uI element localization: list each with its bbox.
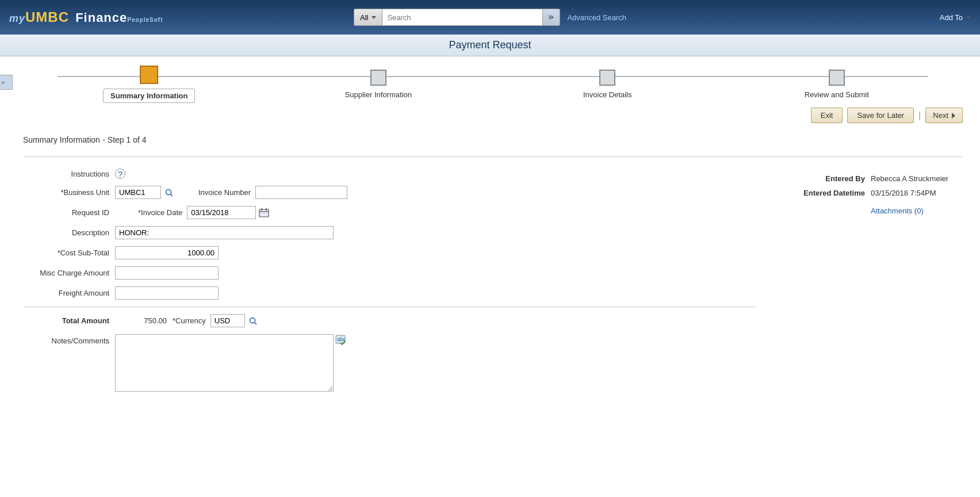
entered-datetime-label: Entered Datetime (779, 189, 871, 197)
instructions-label: Instructions (23, 170, 115, 178)
next-button[interactable]: Next (925, 108, 963, 123)
section-heading: Summary Information - Step 1 of 4 (23, 128, 963, 157)
cost-subtotal-input[interactable] (115, 246, 219, 259)
calendar-icon[interactable] (258, 207, 270, 219)
form-two-col: Instructions ? *Business Unit Invoice Nu… (23, 169, 963, 399)
form-left-col: Instructions ? *Business Unit Invoice Nu… (23, 169, 756, 399)
currency-lookup-icon[interactable] (247, 315, 259, 327)
attachments-spacer (779, 207, 871, 215)
search-area: All Advanced Search (354, 9, 626, 26)
logo-finance: Finance (75, 10, 127, 25)
logo-umbc: UMBC (25, 9, 69, 25)
business-unit-row: *Business Unit Invoice Number (23, 186, 756, 199)
request-id-label: Request ID (23, 208, 115, 217)
step-3-box (599, 70, 615, 86)
svg-point-6 (250, 318, 255, 323)
entered-by-value: Rebecca A Struckmeier (871, 174, 948, 183)
notes-row: Notes/Comments abc (23, 334, 756, 392)
total-amount-row: Total Amount 750.00 *Currency (23, 314, 756, 327)
misc-charge-row: Misc Charge Amount (23, 266, 756, 280)
svg-rect-2 (259, 209, 269, 217)
instructions-row: Instructions ? (23, 169, 756, 179)
invoice-number-input[interactable] (255, 186, 347, 199)
description-label: Description (23, 228, 115, 237)
page-title-bar: Payment Request (0, 35, 980, 56)
cost-subtotal-row: *Cost Sub-Total (23, 246, 756, 259)
logo-my: my (9, 13, 25, 25)
search-input[interactable] (382, 9, 543, 26)
logo-ps: PeopleSoft (127, 17, 163, 23)
save-for-later-button[interactable]: Save for Later (847, 108, 914, 123)
svg-rect-5 (266, 208, 267, 211)
step-3-label: Invoice Details (583, 90, 632, 99)
wizard-steps: Summary Information Supplier Information… (23, 56, 963, 103)
attachments-row: Attachments (0) (779, 207, 963, 215)
chevron-right-icon (952, 113, 955, 118)
svg-line-1 (171, 194, 173, 196)
step-2-box (370, 70, 386, 86)
step-3[interactable]: Invoice Details (493, 70, 722, 99)
step-4-box (829, 70, 845, 86)
invoice-date-input[interactable] (187, 206, 256, 219)
step-4[interactable]: Review and Submit (722, 70, 952, 99)
notes-label: Notes/Comments (23, 334, 115, 345)
entered-by-label: Entered By (779, 174, 871, 183)
main-content: Summary Information Supplier Information… (0, 56, 980, 410)
search-go-button[interactable] (543, 9, 560, 26)
chevron-down-icon (372, 16, 376, 19)
section-title-text: Summary Information (23, 135, 100, 144)
freight-amount-label: Freight Amount (23, 289, 115, 297)
entered-datetime-value: 03/15/2018 7:54PM (871, 189, 936, 197)
advanced-search-link[interactable]: Advanced Search (567, 13, 626, 22)
total-amount-value: 750.00 (115, 316, 173, 325)
svg-line-7 (254, 322, 257, 324)
entered-datetime-row: Entered Datetime 03/15/2018 7:54PM (779, 189, 963, 197)
exit-button[interactable]: Exit (811, 108, 843, 123)
notes-textarea[interactable] (115, 334, 334, 392)
invoice-date-label: *Invoice Date (138, 208, 182, 217)
sidebar-toggle[interactable]: » (0, 75, 13, 90)
add-to-button[interactable]: Add To (940, 13, 971, 22)
logo: myUMBC Finance PeopleSoft (9, 9, 163, 25)
business-unit-input[interactable] (115, 186, 161, 199)
page-title: Payment Request (449, 39, 531, 51)
step-2-label: Supplier Information (345, 90, 412, 99)
divider (23, 307, 756, 307)
separator: | (918, 110, 921, 121)
step-4-label: Review and Submit (805, 90, 869, 99)
instructions-help-icon[interactable]: ? (115, 169, 125, 179)
svg-rect-4 (261, 208, 262, 211)
step-1-box (140, 66, 158, 84)
currency-label: *Currency (173, 316, 206, 325)
cost-subtotal-label: *Cost Sub-Total (23, 248, 115, 257)
freight-amount-input[interactable] (115, 286, 219, 300)
search-all-button[interactable]: All (354, 9, 382, 26)
currency-input[interactable] (210, 314, 245, 327)
svg-point-0 (166, 189, 171, 194)
total-amount-label: Total Amount (23, 316, 115, 325)
misc-charge-label: Misc Charge Amount (23, 269, 115, 277)
freight-amount-row: Freight Amount (23, 286, 756, 300)
chevron-down-icon (966, 16, 971, 19)
right-panel: Entered By Rebecca A Struckmeier Entered… (779, 169, 963, 399)
step-1[interactable]: Summary Information (35, 66, 264, 103)
misc-charge-input[interactable] (115, 266, 219, 280)
entered-by-row: Entered By Rebecca A Struckmeier (779, 174, 963, 183)
business-unit-label: *Business Unit (23, 188, 115, 197)
spell-check-icon[interactable]: abc (335, 334, 346, 346)
description-input[interactable] (115, 226, 334, 239)
double-arrow-icon (548, 13, 556, 21)
attachments-link[interactable]: Attachments (0) (871, 207, 924, 215)
business-unit-lookup-icon[interactable] (163, 186, 175, 199)
step-1-label: Summary Information (103, 89, 195, 103)
header: myUMBC Finance PeopleSoft All Advanced S… (0, 0, 980, 35)
request-id-row: Request ID *Invoice Date (23, 206, 756, 219)
invoice-number-label: Invoice Number (198, 188, 251, 197)
section-subtitle: - Step 1 of 4 (102, 135, 146, 144)
description-row: Description (23, 226, 756, 239)
step-2[interactable]: Supplier Information (264, 70, 493, 99)
action-row: Exit Save for Later | Next (23, 103, 963, 128)
